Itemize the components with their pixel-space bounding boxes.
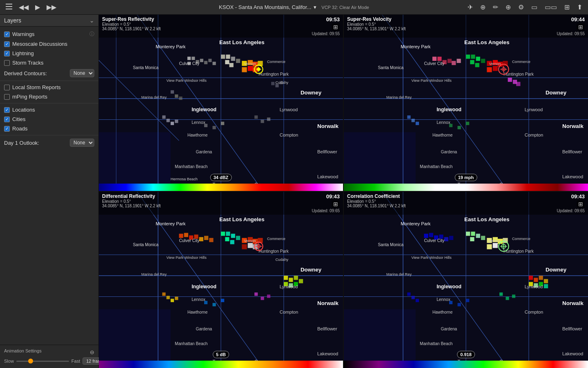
zoom-in-icon[interactable]: ⊕ bbox=[504, 2, 512, 12]
layers-chevron-icon[interactable]: ⌄ bbox=[89, 17, 94, 24]
speed-slider[interactable] bbox=[16, 361, 69, 362]
rewind-button[interactable]: ◀◀ bbox=[17, 2, 30, 12]
local-storm-checkbox[interactable] bbox=[4, 85, 10, 90]
svg-rect-224 bbox=[429, 233, 433, 237]
sidebar-footer: Animation Settings ⊖ Slow Fast 12 frames… bbox=[0, 345, 98, 368]
fast-label: Fast bbox=[71, 359, 80, 364]
svg-text:Manhattan Beach: Manhattan Beach bbox=[420, 164, 453, 169]
layer-item-local-storm[interactable]: Local Storm Reports bbox=[0, 83, 98, 92]
svg-text:Culver City: Culver City bbox=[424, 238, 445, 243]
toolbar-right: ✈ ⊕ ✏ ⊕ ⚙ ▭ ▭▭ ⊞ ⬆ bbox=[462, 2, 588, 12]
panel-tl-badge: 34 dBZ bbox=[210, 174, 232, 181]
edit-icon[interactable]: ✏ bbox=[491, 2, 500, 12]
svg-text:Lennox: Lennox bbox=[192, 120, 206, 125]
dual-panel-icon[interactable]: ▭▭ bbox=[543, 2, 559, 12]
svg-text:Lennox: Lennox bbox=[192, 297, 206, 302]
svg-rect-252 bbox=[544, 279, 548, 283]
local-storm-label: Local Storm Reports bbox=[12, 84, 94, 90]
panel-tl-grid-icon[interactable]: ⊞ bbox=[332, 23, 340, 31]
panel-tr-colorbar bbox=[344, 184, 588, 191]
panel-br-grid-icon[interactable]: ⊞ bbox=[577, 200, 585, 208]
svg-rect-232 bbox=[481, 236, 485, 240]
fast-forward-button[interactable]: ▶▶ bbox=[45, 2, 58, 12]
svg-rect-97 bbox=[481, 59, 485, 63]
animation-settings-label: Animation Settings bbox=[4, 348, 42, 353]
svg-rect-95 bbox=[471, 54, 475, 58]
cities-checkbox[interactable]: ✓ bbox=[4, 117, 10, 122]
svg-rect-32 bbox=[242, 67, 247, 72]
svg-rect-167 bbox=[242, 244, 247, 249]
cities-label: Cities bbox=[12, 116, 94, 122]
animation-settings-icon[interactable]: ⊖ bbox=[90, 349, 94, 355]
map-grid: East Los Angeles Monterey Park Santa Mon… bbox=[99, 15, 588, 368]
roads-checkbox[interactable]: ✓ bbox=[4, 126, 10, 132]
sidebar-toggle-button[interactable] bbox=[4, 3, 14, 12]
layer-item-mping[interactable]: mPing Reports bbox=[0, 92, 98, 101]
svg-text:Lennox: Lennox bbox=[437, 297, 451, 302]
svg-rect-19 bbox=[204, 61, 207, 64]
warnings-info-button[interactable]: ⓘ bbox=[89, 31, 94, 38]
radar-svg-br: East Los Angeles Monterey Park Santa Mon… bbox=[344, 192, 588, 368]
svg-rect-238 bbox=[487, 244, 492, 249]
panel-bl-grid-icon[interactable]: ⊞ bbox=[332, 200, 340, 208]
day1-select[interactable]: None bbox=[70, 139, 94, 147]
mesoscale-checkbox[interactable]: ✓ bbox=[4, 41, 10, 47]
sidebar: Layers ⌄ ✓ Warnings ⓘ ✓ Mesoscale Discus… bbox=[0, 15, 99, 368]
svg-rect-94 bbox=[466, 54, 470, 58]
single-panel-icon[interactable]: ▭ bbox=[530, 2, 539, 12]
layer-item-locations[interactable]: ✓ Locations bbox=[0, 105, 98, 114]
svg-rect-17 bbox=[200, 59, 203, 62]
quad-panel-icon[interactable]: ⊞ bbox=[563, 2, 571, 12]
radar-svg-tr: East Los Angeles Monterey Park Santa Mon… bbox=[344, 15, 588, 191]
mping-checkbox[interactable] bbox=[4, 94, 10, 100]
panel-bottom-right[interactable]: East Los Angeles Monterey Park Santa Mon… bbox=[344, 192, 588, 368]
layer-item-warnings[interactable]: ✓ Warnings ⓘ bbox=[0, 29, 98, 39]
svg-text:Norwalk: Norwalk bbox=[562, 123, 584, 129]
corr-coef-colorbar bbox=[344, 361, 588, 368]
svg-rect-179 bbox=[267, 294, 270, 298]
navigate-icon[interactable]: ✈ bbox=[466, 2, 474, 12]
station-dropdown[interactable]: ▾ bbox=[314, 4, 316, 10]
settings-icon[interactable]: ⚙ bbox=[517, 2, 526, 12]
svg-text:Santa Monica: Santa Monica bbox=[133, 65, 159, 70]
layer-item-cities[interactable]: ✓ Cities bbox=[0, 114, 98, 124]
layer-item-lightning[interactable]: ✓ Lightning bbox=[0, 49, 98, 58]
svg-rect-159 bbox=[231, 234, 235, 238]
svg-text:Gardena: Gardena bbox=[441, 150, 457, 154]
storm-tracks-checkbox[interactable] bbox=[4, 60, 10, 66]
target-icon[interactable]: ⊕ bbox=[479, 2, 487, 12]
play-button[interactable]: ▶ bbox=[33, 2, 42, 12]
panel-tr-grid-icon[interactable]: ⊞ bbox=[577, 23, 585, 31]
panel-top-left[interactable]: East Los Angeles Monterey Park Santa Mon… bbox=[99, 15, 343, 191]
svg-rect-250 bbox=[534, 278, 538, 282]
svg-rect-157 bbox=[221, 231, 225, 236]
layer-item-roads[interactable]: ✓ Roads bbox=[0, 124, 98, 133]
svg-text:Lynwood: Lynwood bbox=[525, 284, 543, 289]
layer-item-mesoscale[interactable]: ✓ Mesoscale Discussions bbox=[0, 39, 98, 49]
svg-rect-35 bbox=[171, 90, 174, 94]
export-icon[interactable]: ⬆ bbox=[575, 2, 584, 12]
svg-rect-22 bbox=[221, 54, 225, 58]
svg-text:Gardena: Gardena bbox=[196, 150, 212, 154]
svg-rect-1 bbox=[6, 6, 12, 7]
lightning-checkbox[interactable]: ✓ bbox=[4, 51, 10, 56]
panel-br-header: Correlation Coefficient Elevation = 0.5°… bbox=[344, 192, 588, 215]
panel-bl-time: 09:43 bbox=[326, 193, 340, 200]
svg-rect-23 bbox=[226, 54, 230, 58]
locations-checkbox[interactable]: ✓ bbox=[4, 107, 10, 113]
panel-br-product: Correlation Coefficient bbox=[347, 193, 406, 199]
warnings-checkbox[interactable]: ✓ bbox=[4, 31, 10, 37]
layer-item-storm-tracks[interactable]: Storm Tracks bbox=[0, 58, 98, 67]
panel-bottom-left[interactable]: East Los Angeles Monterey Park Santa Mon… bbox=[99, 192, 343, 368]
storm-tracks-label: Storm Tracks bbox=[12, 60, 94, 66]
svg-rect-223 bbox=[424, 234, 428, 238]
panel-tr-updated: Updated: 09:55 bbox=[557, 31, 585, 36]
derived-contours-select[interactable]: None bbox=[70, 69, 94, 77]
panel-tl-updated: Updated: 09:55 bbox=[312, 31, 340, 36]
panel-top-right[interactable]: East Los Angeles Monterey Park Santa Mon… bbox=[344, 15, 588, 191]
svg-text:East Los Angeles: East Los Angeles bbox=[219, 216, 265, 222]
svg-text:Santa Monica: Santa Monica bbox=[378, 242, 404, 247]
day1-label: Day 1 Outlook: bbox=[4, 140, 67, 146]
svg-rect-175 bbox=[212, 303, 216, 306]
panel-tl-header: Super-Res Reflectivity Elevation = 0.5° … bbox=[99, 15, 343, 38]
